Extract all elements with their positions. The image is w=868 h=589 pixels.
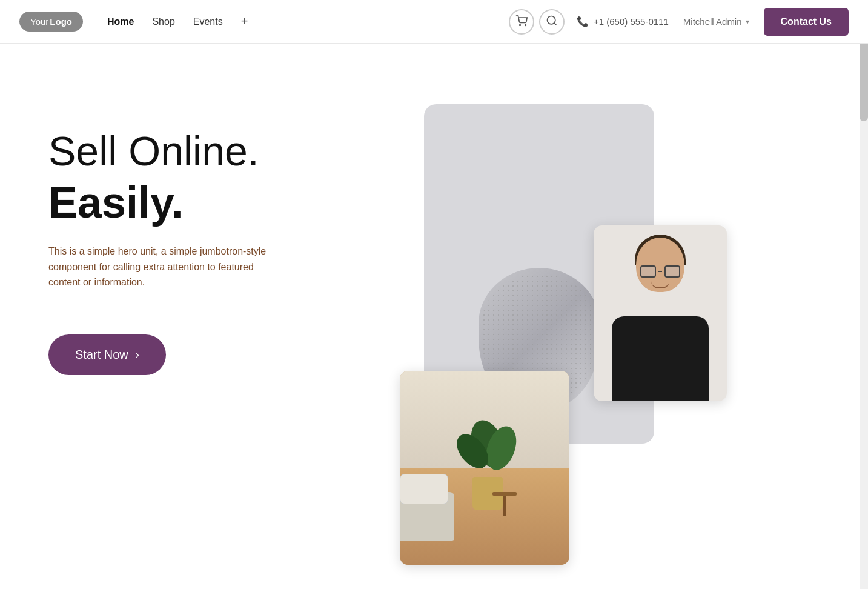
start-now-arrow: › <box>136 348 139 361</box>
room-bed-pillow <box>400 474 448 504</box>
start-now-label: Start Now <box>75 348 128 362</box>
room-plant-leaves <box>454 419 521 480</box>
hero-divider <box>48 310 267 310</box>
admin-name: Mitchell Admin <box>683 16 742 27</box>
chevron-down-icon: ▾ <box>746 18 749 26</box>
logo[interactable]: Your Logo <box>19 12 83 32</box>
nav-link-shop[interactable]: Shop <box>152 16 174 27</box>
logo-your-text: Your <box>30 16 48 27</box>
svg-point-1 <box>525 24 526 25</box>
hero-section: Sell Online. Easily. This is a simple he… <box>0 44 868 589</box>
svg-point-0 <box>520 24 521 25</box>
phone-area: 📞 +1 (650) 555-0111 <box>577 16 669 27</box>
nav-add-button[interactable]: + <box>241 15 248 28</box>
hero-image-person <box>594 225 727 401</box>
search-icon <box>546 15 558 29</box>
nav-link-events[interactable]: Events <box>193 16 223 27</box>
navbar: Your Logo Home Shop Events + <box>0 0 868 44</box>
hero-title-bold: Easily. <box>48 179 351 227</box>
hero-left-content: Sell Online. Easily. This is a simple he… <box>48 92 351 375</box>
svg-point-2 <box>547 16 555 24</box>
logo-logo-text: Logo <box>50 16 72 27</box>
nav-link-home[interactable]: Home <box>107 16 134 27</box>
start-now-button[interactable]: Start Now › <box>48 334 166 375</box>
person-body <box>612 316 709 401</box>
hero-image-room <box>400 371 569 565</box>
stool-leg <box>503 496 506 516</box>
room-stool <box>495 492 514 516</box>
phone-number: +1 (650) 555-0111 <box>594 16 669 27</box>
search-button[interactable] <box>539 9 565 35</box>
glass-lens-left <box>640 265 656 278</box>
nav-icon-group <box>509 9 565 35</box>
cart-icon <box>515 15 528 29</box>
hero-image-collage <box>388 92 820 547</box>
nav-links: Home Shop Events + <box>107 15 509 28</box>
hero-description: This is a simple hero unit, a simple jum… <box>48 244 279 290</box>
cart-button[interactable] <box>509 9 534 35</box>
phone-icon: 📞 <box>577 16 589 27</box>
glass-lens-right <box>664 265 680 278</box>
hero-title-light: Sell Online. <box>48 128 351 174</box>
admin-menu[interactable]: Mitchell Admin ▾ <box>683 16 749 27</box>
glass-bridge <box>658 271 662 272</box>
person-glasses <box>640 265 680 278</box>
scrollbar[interactable] <box>860 0 868 589</box>
contact-button[interactable]: Contact Us <box>764 8 849 36</box>
